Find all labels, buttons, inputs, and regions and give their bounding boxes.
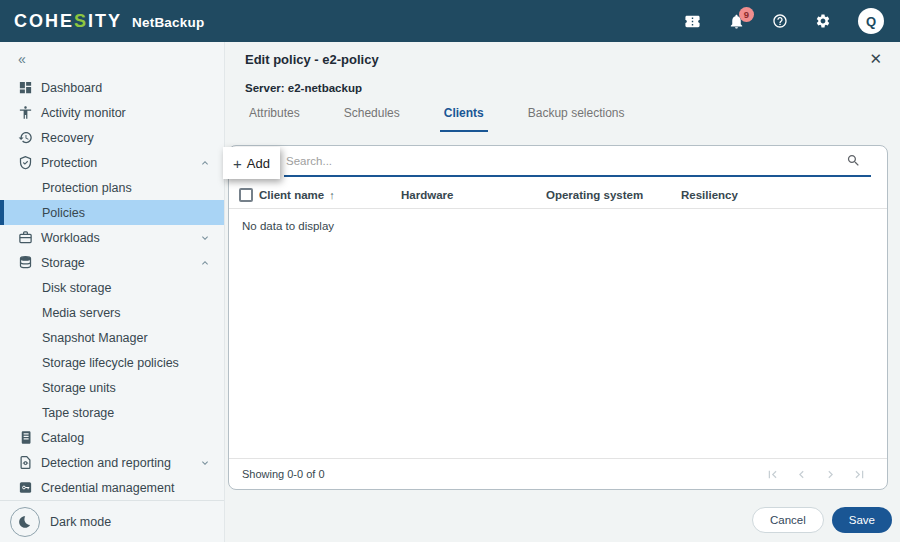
tab-clients[interactable]: Clients	[440, 104, 488, 132]
settings-button[interactable]	[815, 13, 831, 29]
sidebar-nav: Dashboard Activity monitor Recovery Prot…	[0, 75, 224, 500]
first-page-icon[interactable]	[765, 467, 780, 482]
topbar-actions: 9 Q	[684, 8, 884, 34]
sidebar-item-storage-units[interactable]: Storage units	[0, 375, 224, 400]
add-button-label: Add	[247, 156, 270, 171]
dark-mode-toggle[interactable]: Dark mode	[0, 500, 224, 542]
main-layout: « Dashboard Activity monitor Recovery Pr…	[0, 42, 900, 542]
next-page-icon[interactable]	[823, 467, 838, 482]
dark-mode-label: Dark mode	[50, 515, 111, 529]
sidebar-item-disk-storage[interactable]: Disk storage	[0, 275, 224, 300]
pagination-controls	[765, 467, 867, 482]
sidebar-item-protection-plans[interactable]: Protection plans	[0, 175, 224, 200]
sidebar-item-label: Disk storage	[42, 281, 111, 295]
search-bar	[284, 146, 871, 177]
sidebar-item-policies[interactable]: Policies	[0, 200, 224, 225]
help-button[interactable]	[772, 13, 788, 29]
panel-actions: Cancel Save	[752, 507, 892, 533]
sort-ascending-icon: ↑	[329, 189, 335, 201]
chevron-up-icon[interactable]	[199, 257, 211, 269]
save-button[interactable]: Save	[832, 507, 892, 533]
sidebar-item-label: Activity monitor	[41, 106, 126, 120]
user-avatar[interactable]: Q	[858, 8, 884, 34]
dashboard-icon	[18, 80, 33, 95]
sidebar: « Dashboard Activity monitor Recovery Pr…	[0, 42, 225, 542]
select-all-checkbox[interactable]	[239, 188, 253, 202]
tab-backup-selections[interactable]: Backup selections	[524, 104, 629, 132]
column-header-client-name[interactable]: Client name ↑	[259, 189, 401, 201]
cancel-button[interactable]: Cancel	[752, 507, 824, 533]
notification-badge: 9	[739, 7, 754, 22]
sidebar-item-label: Policies	[42, 206, 85, 220]
moon-icon	[10, 507, 40, 537]
sidebar-item-activity-monitor[interactable]: Activity monitor	[0, 100, 224, 125]
sidebar-item-credential-management[interactable]: Credential management	[0, 475, 224, 500]
table-footer: Showing 0-0 of 0	[229, 458, 887, 489]
column-header-operating-system[interactable]: Operating system	[546, 189, 681, 201]
edit-policy-panel: Edit policy - e2-policy ✕ Server: e2-net…	[225, 42, 900, 542]
sidebar-item-storage[interactable]: Storage	[0, 250, 224, 275]
help-icon	[772, 13, 788, 29]
notifications-button[interactable]: 9	[728, 13, 745, 30]
sidebar-item-tape-storage[interactable]: Tape storage	[0, 400, 224, 425]
sidebar-item-label: Credential management	[41, 481, 174, 495]
sidebar-item-label: Storage units	[42, 381, 116, 395]
book-icon	[18, 430, 33, 445]
tab-bar: Attributes Schedules Clients Backup sele…	[245, 104, 629, 132]
chevron-down-icon[interactable]	[199, 457, 211, 469]
sidebar-item-label: Media servers	[42, 306, 121, 320]
sidebar-item-label: Storage lifecycle policies	[42, 356, 179, 370]
sidebar-item-recovery[interactable]: Recovery	[0, 125, 224, 150]
sidebar-item-catalog[interactable]: Catalog	[0, 425, 224, 450]
product-name: NetBackup	[132, 15, 204, 30]
ticket-icon	[684, 13, 701, 30]
clients-table-card: + Add Client name ↑ Hardware Operating s…	[228, 145, 888, 490]
previous-page-icon[interactable]	[794, 467, 809, 482]
sidebar-item-label: Workloads	[41, 231, 100, 245]
search-icon[interactable]	[846, 153, 861, 168]
tab-schedules[interactable]: Schedules	[340, 104, 404, 132]
sidebar-item-detection-and-reporting[interactable]: Detection and reporting	[0, 450, 224, 475]
last-page-icon[interactable]	[852, 467, 867, 482]
sidebar-item-dashboard[interactable]: Dashboard	[0, 75, 224, 100]
server-label: Server: e2-netbackup	[245, 82, 362, 94]
license-ticket-button[interactable]	[684, 13, 701, 30]
collapse-sidebar-icon[interactable]: «	[18, 51, 26, 67]
sidebar-item-storage-lifecycle-policies[interactable]: Storage lifecycle policies	[0, 350, 224, 375]
brand-logo: COHESITY NetBackup	[14, 11, 204, 32]
plus-icon: +	[233, 155, 242, 172]
sidebar-item-label: Dashboard	[41, 81, 102, 95]
close-icon[interactable]: ✕	[869, 50, 882, 68]
table-header-row: Client name ↑ Hardware Operating system …	[229, 182, 887, 209]
gear-icon	[815, 13, 831, 29]
sidebar-item-media-servers[interactable]: Media servers	[0, 300, 224, 325]
sidebar-item-workloads[interactable]: Workloads	[0, 225, 224, 250]
column-header-hardware[interactable]: Hardware	[401, 189, 546, 201]
pagination-range-text: Showing 0-0 of 0	[242, 468, 325, 480]
sidebar-item-label: Tape storage	[42, 406, 114, 420]
activity-monitor-icon	[18, 105, 33, 120]
sidebar-item-label: Detection and reporting	[41, 456, 171, 470]
chevron-up-icon[interactable]	[199, 157, 211, 169]
topbar: COHESITY NetBackup 9 Q	[0, 0, 900, 42]
page-title: Edit policy - e2-policy	[245, 52, 379, 67]
sidebar-item-snapshot-manager[interactable]: Snapshot Manager	[0, 325, 224, 350]
briefcase-icon	[18, 230, 33, 245]
credential-key-icon	[18, 480, 33, 495]
sidebar-item-label: Recovery	[41, 131, 94, 145]
report-icon	[18, 455, 33, 470]
sidebar-item-label: Snapshot Manager	[42, 331, 148, 345]
search-input[interactable]	[284, 155, 846, 167]
shield-check-icon	[18, 155, 33, 170]
sidebar-item-label: Protection plans	[42, 181, 132, 195]
empty-table-message: No data to display	[242, 220, 334, 232]
add-client-button[interactable]: + Add	[223, 147, 280, 179]
sidebar-item-protection[interactable]: Protection	[0, 150, 224, 175]
recovery-icon	[18, 130, 33, 145]
chevron-down-icon[interactable]	[199, 232, 211, 244]
sidebar-item-label: Catalog	[41, 431, 84, 445]
sidebar-collapse-row: «	[0, 42, 224, 75]
column-header-resiliency[interactable]: Resiliency	[681, 189, 738, 201]
tab-attributes[interactable]: Attributes	[245, 104, 304, 132]
database-icon	[18, 255, 33, 270]
